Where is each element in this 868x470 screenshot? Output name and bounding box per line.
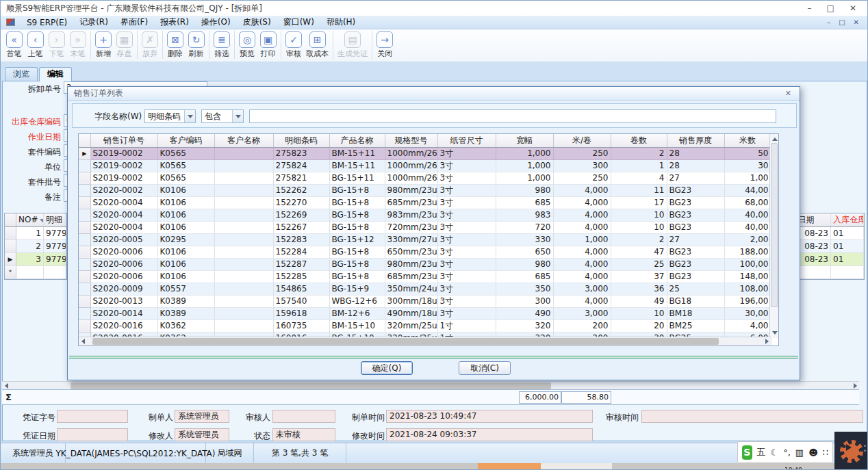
filter-value-input[interactable] xyxy=(249,109,776,123)
taskbar-white-block[interactable] xyxy=(541,463,612,470)
column-header[interactable]: 规格型号 xyxy=(385,134,437,147)
scroll-up-icon[interactable] xyxy=(771,135,778,142)
table-row[interactable]: S2020-0014 K0389 159618 BM-12+6 490mm/18… xyxy=(79,307,771,319)
column-header[interactable]: 产品名称 xyxy=(329,134,385,147)
censored-customer-name-cell xyxy=(214,159,273,172)
mdi-minimize-button[interactable]: – xyxy=(827,18,830,26)
generate-voucher-button[interactable]: ▤ 生成凭证 xyxy=(333,31,370,59)
scroll-right-icon[interactable] xyxy=(763,338,770,345)
column-header[interactable]: 客户名称 xyxy=(214,134,273,147)
tray-app-icon[interactable]: •• xyxy=(834,432,868,470)
ime-toolbar-icon[interactable]: ☻ xyxy=(808,447,818,458)
column-header[interactable]: 卷数 xyxy=(611,134,667,147)
ime-toolbar-icon[interactable]: 五 xyxy=(757,446,766,458)
window-restore-button[interactable]: □ xyxy=(827,3,834,13)
first-record-button[interactable]: « 首笔 xyxy=(3,31,25,59)
table-row[interactable]: S2020-0004 K0106 152269 BG-15+8 983mm/23… xyxy=(79,209,771,221)
censored-customer-name-cell xyxy=(214,221,273,233)
vscroll-thumb[interactable] xyxy=(771,143,778,307)
window-close-button[interactable]: ✕ xyxy=(850,3,856,13)
mdi-close-button[interactable]: ✕ xyxy=(854,18,859,26)
filter-button[interactable]: ≣ 筛选 xyxy=(209,31,232,59)
get-cost-button[interactable]: ⊞ 取成本 xyxy=(304,31,331,59)
table-row[interactable]: S2019-0002 K0565 275821 BG-15+11 1000mm/… xyxy=(79,172,771,184)
column-header[interactable]: 销售订单号 xyxy=(90,134,157,147)
menu-window[interactable]: 窗口(W) xyxy=(277,16,320,28)
table-row[interactable]: S2020-0009 K0557 154865 BG-15+9 350mm/24… xyxy=(79,283,771,295)
scroll-left-icon[interactable] xyxy=(79,338,86,345)
window-minimize-button[interactable]: – xyxy=(808,3,812,13)
table-row[interactable]: S2020-0006 K0106 152287 BG-15+8 980mm/23… xyxy=(79,258,771,270)
column-header[interactable]: 米数 xyxy=(724,134,771,147)
last-record-button[interactable]: » 末笔 xyxy=(67,31,88,59)
preview-button[interactable]: ◎ 预览 xyxy=(234,31,257,59)
ime-toolbar-icon[interactable]: ☾ xyxy=(771,447,779,458)
dialog-close-icon[interactable]: ✕ xyxy=(783,89,793,98)
table-row[interactable]: ▶ S2019-0002 K0565 275823 BM-15+11 1000m… xyxy=(79,147,771,159)
grid-vscrollbar[interactable] xyxy=(769,134,778,338)
table-row[interactable]: S2020-0004 K0106 152267 BG-15+8 720mm/23… xyxy=(79,221,771,233)
table-row[interactable]: S2020-0006 K0106 152284 BG-15+8 650mm/23… xyxy=(79,246,771,258)
filter-field-select[interactable]: 明细条码 xyxy=(144,109,196,123)
tab-browse[interactable]: 浏览 xyxy=(5,67,38,81)
taskbar-orange-block[interactable] xyxy=(478,463,541,470)
close-button[interactable]: → 关闭 xyxy=(372,31,395,59)
censored-customer-name-cell xyxy=(214,172,273,184)
hscroll-thumb[interactable] xyxy=(71,382,551,389)
censored-customer-name-cell xyxy=(214,319,273,332)
detail-row[interactable]: 1 97792 xyxy=(5,227,66,240)
print-button[interactable]: ▣ 打印 xyxy=(257,31,279,59)
column-header[interactable]: 纸管尺寸 xyxy=(437,134,496,147)
table-row[interactable]: S2020-0004 K0106 152270 BG-15+8 685mm/23… xyxy=(79,196,771,209)
grid-hscrollbar[interactable] xyxy=(79,337,771,345)
cancel-button[interactable]: 取消(C) xyxy=(459,361,511,375)
next-record-button[interactable]: › 下笔 xyxy=(46,31,67,59)
scroll-down-icon[interactable] xyxy=(771,329,778,336)
table-row[interactable]: S2020-0005 K0295 152283 BG-15+12 330mm/2… xyxy=(79,233,771,246)
menu-record[interactable]: 记录(R) xyxy=(73,16,114,28)
prev-record-button[interactable]: ‹ 上笔 xyxy=(25,31,46,59)
background-grid-hscrollbar[interactable] xyxy=(2,381,859,389)
column-header[interactable]: 宽幅 xyxy=(496,134,553,147)
discard-button[interactable]: ✗ 放弃 xyxy=(137,31,160,59)
menu-skin[interactable]: 皮肤(S) xyxy=(237,16,277,28)
filter-operator-select[interactable]: 包含 xyxy=(201,109,244,123)
menu-operate[interactable]: 操作(O) xyxy=(195,16,237,28)
menu-help[interactable]: 帮助(H) xyxy=(320,16,361,28)
tab-edit[interactable]: 编辑 xyxy=(39,67,72,81)
menu-s9-erp[interactable]: S9 ERP(E) xyxy=(21,18,73,27)
column-header[interactable]: 米/卷 xyxy=(553,134,611,147)
save-button[interactable]: ▦ 存盘 xyxy=(114,31,135,59)
ime-toolbar-icon[interactable]: ▥ xyxy=(795,447,804,458)
column-header[interactable]: 销售厚度 xyxy=(667,134,724,147)
table-row[interactable]: S2020-0006 K0106 152285 BG-15+8 685mm/23… xyxy=(79,270,771,283)
table-row[interactable]: S2020-0013 K0389 157540 WBG-12+6 300mm/1… xyxy=(79,295,771,307)
chevron-down-icon[interactable] xyxy=(184,110,195,122)
refresh-button[interactable]: ↻ 刷新 xyxy=(186,31,207,59)
table-row[interactable]: S2019-0002 K0565 275824 BM-15+11 1000mm/… xyxy=(79,159,771,172)
scroll-right-icon[interactable] xyxy=(852,382,858,389)
delete-button[interactable]: ⊠ 删除 xyxy=(162,31,186,59)
menu-report[interactable]: 报表(R) xyxy=(154,16,195,28)
scroll-left-icon[interactable] xyxy=(3,382,10,389)
column-header-no[interactable]: NO# xyxy=(16,213,44,226)
column-header[interactable]: 明细条码 xyxy=(273,134,329,147)
detail-row[interactable]: 2 97792 xyxy=(5,240,66,253)
sogou-logo-icon[interactable]: S xyxy=(742,445,752,460)
column-header-in-warehouse[interactable]: 入库仓库 xyxy=(831,213,864,226)
hscroll-thumb[interactable] xyxy=(92,338,719,345)
column-header[interactable]: 客户编码 xyxy=(157,134,214,147)
table-row[interactable]: S2020-0016 K0362 160735 BM-15+10 320mm/2… xyxy=(79,319,771,332)
new-button[interactable]: + 新增 xyxy=(90,31,114,59)
ime-toolbar-icon[interactable]: ∷ xyxy=(823,447,828,458)
chevron-down-icon[interactable] xyxy=(232,110,243,122)
column-header-detail[interactable]: 明细 xyxy=(44,213,66,226)
detail-row-new[interactable]: * xyxy=(5,266,66,279)
menu-interface[interactable]: 界面(F) xyxy=(114,16,154,28)
audit-button[interactable]: ✓ 审核 xyxy=(281,31,304,59)
mdi-restore-button[interactable]: □ xyxy=(839,18,845,26)
ok-button[interactable]: 确定(Q) xyxy=(361,361,413,375)
table-row[interactable]: S2020-0002 K0106 152262 BG-15+8 980mm/23… xyxy=(79,184,771,196)
ime-toolbar-icon[interactable]: °, xyxy=(783,447,791,458)
detail-row-selected[interactable]: ▶ 3 97792 xyxy=(5,253,66,266)
